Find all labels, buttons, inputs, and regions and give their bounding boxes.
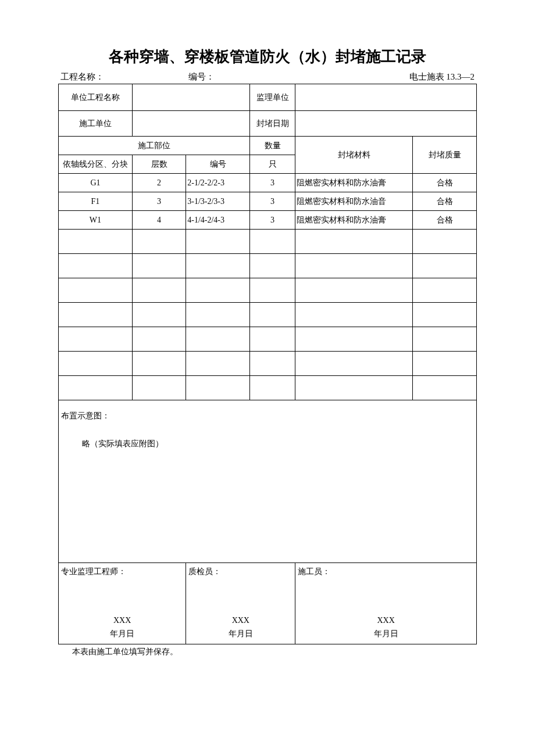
cell-floors <box>132 230 186 254</box>
cell-qual <box>413 327 477 352</box>
sig-supervisor-body: XXX 年月日 <box>59 586 186 644</box>
cell-axis <box>59 278 133 303</box>
cell-num: 4-1/4-2/4-3 <box>186 211 250 230</box>
cell-qual <box>413 352 477 376</box>
cell-axis <box>59 254 133 278</box>
header-axis-block: 依轴线分区、分块 <box>59 155 133 174</box>
diagram-label: 布置示意图： <box>61 411 474 421</box>
cell-qual: 合格 <box>413 174 477 192</box>
cell-mat <box>295 352 413 376</box>
sig-name: XXX <box>186 616 295 625</box>
header-unit-project: 单位工程名称 <box>59 84 133 111</box>
header-construction-part: 施工部位 <box>59 137 250 155</box>
sig-name: XXX <box>295 616 476 625</box>
cell-floors <box>132 254 186 278</box>
cell-axis <box>59 352 133 376</box>
form-code: 电士施表 13.3—2 <box>387 71 475 83</box>
cell-axis <box>59 303 133 327</box>
sig-date: 年月日 <box>186 629 295 639</box>
cell-qty: 3 <box>249 192 295 211</box>
cell-mat <box>295 254 413 278</box>
cell-floors: 3 <box>132 192 186 211</box>
cell-num <box>186 254 250 278</box>
cell-qual <box>413 303 477 327</box>
cell-num: 3-1/3-2/3-3 <box>186 192 250 211</box>
header-number: 编号 <box>186 155 250 174</box>
cell-mat <box>295 303 413 327</box>
sig-name: XXX <box>59 616 186 625</box>
cell-qty <box>249 303 295 327</box>
cell-qty: 3 <box>249 174 295 192</box>
footer-note: 本表由施工单位填写并保存。 <box>58 647 477 657</box>
cell-qual <box>413 230 477 254</box>
document-title: 各种穿墙、穿楼板管道防火（水）封堵施工记录 <box>58 46 477 67</box>
cell-floors <box>132 376 186 400</box>
cell-qty <box>249 278 295 303</box>
value-seal-date <box>295 111 477 137</box>
cell-axis: F1 <box>59 192 133 211</box>
cell-qty <box>249 376 295 400</box>
cell-mat <box>295 327 413 352</box>
cell-num: 2-1/2-2/2-3 <box>186 174 250 192</box>
project-label: 工程名称： <box>60 71 188 83</box>
value-supervision <box>295 84 477 111</box>
cell-mat <box>295 230 413 254</box>
cell-num <box>186 303 250 327</box>
cell-axis <box>59 327 133 352</box>
sig-supervisor-label: 专业监理工程师： <box>59 563 186 586</box>
cell-floors <box>132 352 186 376</box>
cell-qty <box>249 254 295 278</box>
cell-floors <box>132 303 186 327</box>
diagram-note: 略（实际填表应附图） <box>61 439 474 449</box>
cell-mat: 阻燃密实材料和防水油音 <box>295 192 413 211</box>
cell-floors <box>132 278 186 303</box>
cell-mat: 阻燃密实材料和防水油膏 <box>295 174 413 192</box>
header-seal-material: 封堵材料 <box>295 137 413 174</box>
meta-line: 工程名称： 编号： 电士施表 13.3—2 <box>58 71 477 83</box>
value-unit-project <box>132 84 249 111</box>
main-table: 单位工程名称 监理单位 施工单位 封堵日期 施工部位 数量 封堵材料 封堵质量 … <box>58 84 477 644</box>
cell-axis <box>59 230 133 254</box>
cell-qty <box>249 230 295 254</box>
header-seal-quality: 封堵质量 <box>413 137 477 174</box>
sig-date: 年月日 <box>59 629 186 639</box>
cell-qty <box>249 352 295 376</box>
cell-qty: 3 <box>249 211 295 230</box>
cell-qual: 合格 <box>413 192 477 211</box>
cell-floors: 4 <box>132 211 186 230</box>
value-construction-unit <box>132 111 249 137</box>
cell-num <box>186 278 250 303</box>
cell-qual <box>413 376 477 400</box>
cell-mat <box>295 278 413 303</box>
cell-num <box>186 352 250 376</box>
cell-qual <box>413 278 477 303</box>
diagram-cell: 布置示意图： 略（实际填表应附图） <box>59 400 477 563</box>
cell-mat: 阻燃密实材料和防水油膏 <box>295 211 413 230</box>
header-construction-unit: 施工单位 <box>59 111 133 137</box>
cell-axis: G1 <box>59 174 133 192</box>
header-quantity: 数量 <box>249 137 295 155</box>
cell-axis <box>59 376 133 400</box>
cell-qual: 合格 <box>413 211 477 230</box>
cell-num <box>186 327 250 352</box>
sig-worker-label: 施工员： <box>295 563 477 586</box>
sig-date: 年月日 <box>295 629 476 639</box>
cell-num <box>186 230 250 254</box>
serial-label: 编号： <box>188 71 387 83</box>
cell-mat <box>295 376 413 400</box>
sig-qc-body: XXX 年月日 <box>186 586 295 644</box>
header-unit-zhi: 只 <box>249 155 295 174</box>
header-floors: 层数 <box>132 155 186 174</box>
cell-floors: 2 <box>132 174 186 192</box>
header-supervision: 监理单位 <box>249 84 295 111</box>
cell-axis: W1 <box>59 211 133 230</box>
sig-worker-body: XXX 年月日 <box>295 586 477 644</box>
sig-qc-label: 质检员： <box>186 563 295 586</box>
cell-num <box>186 376 250 400</box>
cell-floors <box>132 327 186 352</box>
header-seal-date: 封堵日期 <box>249 111 295 137</box>
cell-qual <box>413 254 477 278</box>
cell-qty <box>249 327 295 352</box>
